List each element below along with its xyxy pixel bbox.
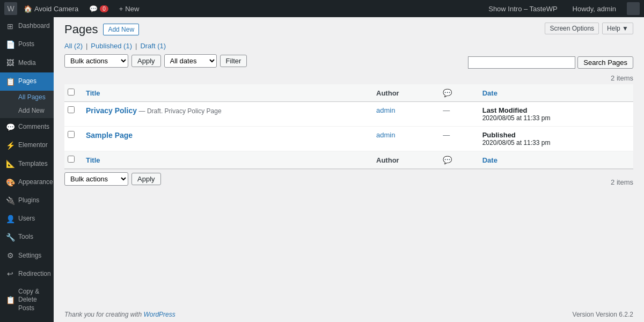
select-all-checkbox-top[interactable]	[68, 89, 75, 96]
tfoot-comments: 💬	[437, 151, 477, 169]
row1-author-cell: admin	[371, 102, 437, 127]
media-icon: 🖼	[5, 58, 15, 68]
sidebar-item-backup[interactable]: 💾 Backup Migration	[0, 317, 54, 322]
row1-checkbox[interactable]	[68, 106, 75, 113]
sidebar-item-copy-delete[interactable]: 📋 Copy & Delete Posts	[0, 283, 54, 317]
users-icon: 👤	[5, 214, 15, 224]
copy-icon: 📋	[5, 295, 15, 305]
adminbar-avatar	[627, 2, 640, 15]
footer-wp-link[interactable]: WordPress	[143, 311, 175, 318]
elementor-icon: ⚡	[5, 141, 15, 150]
select-all-checkbox-bottom[interactable]	[68, 156, 75, 163]
search-pages-button[interactable]: Search Pages	[577, 56, 633, 69]
sidebar-item-redirection[interactable]: ↩ Redirection	[0, 265, 54, 283]
apply-button-bottom[interactable]: Apply	[131, 173, 161, 185]
sidebar-item-comments[interactable]: 💬 Comments	[0, 118, 54, 136]
redirection-icon: ↩	[5, 269, 15, 279]
sort-title[interactable]: Title	[86, 89, 100, 97]
filter-all[interactable]: All (2)	[64, 42, 83, 50]
row1-comments-cell: —	[437, 102, 477, 127]
add-new-button[interactable]: Add New	[103, 24, 139, 35]
row1-date-status: Last Modified	[482, 106, 628, 114]
footer: Thank you for creating with WordPress Ve…	[54, 307, 644, 322]
screen-options-button[interactable]: Screen Options	[545, 23, 599, 34]
tfoot-date: Date	[477, 151, 633, 169]
row1-author-link[interactable]: admin	[376, 106, 395, 114]
filter-button[interactable]: Filter	[220, 55, 247, 67]
table-footer-row: Title Author 💬 Date	[64, 151, 633, 169]
screen-controls: Screen Options Help ▼	[545, 23, 633, 34]
th-comments: 💬	[437, 84, 477, 102]
plus-icon: +	[119, 5, 123, 13]
adminbar-comments[interactable]: 💬 0	[85, 0, 113, 17]
bulk-actions-select-top[interactable]: Bulk actions	[64, 54, 128, 68]
table-body: Privacy Policy — Draft. Privacy Policy P…	[64, 102, 633, 151]
plugins-icon: 🔌	[5, 196, 15, 206]
posts-icon: 📄	[5, 40, 15, 49]
adminbar-new[interactable]: + New	[115, 0, 144, 17]
all-dates-select[interactable]: All dates	[164, 54, 217, 68]
apply-button-top[interactable]: Apply	[131, 55, 161, 67]
top-tablenav: Bulk actions Apply All dates Filter	[64, 54, 247, 68]
items-count-bottom: 2 items	[611, 178, 633, 186]
search-input[interactable]	[468, 56, 575, 69]
dashboard-icon: ⊞	[5, 21, 15, 31]
bottom-tablenav: Bulk actions Apply	[64, 172, 161, 186]
sidebar-item-media[interactable]: 🖼 Media	[0, 54, 54, 72]
adminbar-show-intro[interactable]: Show Intro – TasteWP	[484, 0, 561, 17]
row2-title-cell: Sample Page	[80, 127, 371, 151]
sidebar-item-dashboard[interactable]: ⊞ Dashboard	[0, 17, 54, 35]
row2-date-cell: Published 2020/08/05 at 11:33 pm	[477, 127, 633, 151]
footer-version: Version Version 6.2.2	[573, 311, 633, 318]
sidebar-item-elementor[interactable]: ⚡ Elementor	[0, 136, 54, 155]
row2-checkbox[interactable]	[68, 131, 75, 138]
adminbar-howdy[interactable]: Howdy, admin	[568, 0, 620, 17]
row1-date-value: 2020/08/05 at 11:33 pm	[482, 114, 628, 122]
sidebar-item-settings[interactable]: ⚙ Settings	[0, 246, 54, 265]
sidebar: ⊞ Dashboard 📄 Posts 🖼 Media 📋 Pages All …	[0, 17, 54, 322]
items-count-top: 2 items	[64, 74, 633, 82]
row2-author-link[interactable]: admin	[376, 131, 395, 139]
row1-checkbox-cell	[64, 102, 80, 127]
page-title: Pages	[64, 23, 98, 36]
adminbar-site-name[interactable]: 🏠 Avoid Camera	[19, 0, 83, 17]
tfoot-author: Author	[371, 151, 437, 169]
sidebar-item-users[interactable]: 👤 Users	[0, 210, 54, 228]
tfoot-title: Title	[80, 151, 371, 169]
templates-icon: 📐	[5, 159, 15, 169]
footer-credit: Thank you for creating with WordPress	[64, 311, 175, 318]
sort-date-bottom[interactable]: Date	[482, 156, 497, 164]
comments-icon: 💬	[5, 122, 15, 132]
wp-logo[interactable]: W	[4, 2, 17, 15]
appearance-icon: 🎨	[5, 178, 15, 187]
sidebar-item-templates[interactable]: 📐 Templates	[0, 155, 54, 173]
sidebar-item-pages[interactable]: 📋 Pages	[0, 72, 54, 91]
bulk-actions-select-bottom[interactable]: Bulk actions	[64, 172, 128, 186]
filter-links: All (2) | Published (1) | Draft (1)	[64, 42, 633, 50]
help-button[interactable]: Help ▼	[602, 23, 633, 34]
sidebar-item-appearance[interactable]: 🎨 Appearance	[0, 173, 54, 192]
row2-author-cell: admin	[371, 127, 437, 151]
sort-date[interactable]: Date	[482, 89, 497, 97]
admin-bar: W 🏠 Avoid Camera 💬 0 + New Show Intro – …	[0, 0, 644, 17]
row2-title-link[interactable]: Sample Page	[86, 131, 133, 140]
comment-col-icon: 💬	[443, 89, 452, 97]
tools-icon: 🔧	[5, 232, 15, 242]
sidebar-subitem-all-pages[interactable]: All Pages	[0, 91, 54, 105]
row1-title-link[interactable]: Privacy Policy	[86, 106, 137, 115]
row1-date-cell: Last Modified 2020/08/05 at 11:33 pm	[477, 102, 633, 127]
home-icon: 🏠	[24, 5, 32, 13]
sidebar-item-posts[interactable]: 📄 Posts	[0, 35, 54, 54]
table-row: Privacy Policy — Draft. Privacy Policy P…	[64, 102, 633, 127]
table-header-row: Title Author 💬 Date	[64, 84, 633, 102]
tfoot-checkbox	[64, 151, 80, 169]
table-row: Sample Page admin — Published 2020/08/05…	[64, 127, 633, 151]
sidebar-item-tools[interactable]: 🔧 Tools	[0, 228, 54, 246]
sidebar-item-plugins[interactable]: 🔌 Plugins	[0, 192, 54, 210]
sort-title-bottom[interactable]: Title	[86, 156, 100, 164]
filter-published[interactable]: Published (1)	[91, 42, 132, 50]
filter-draft[interactable]: Draft (1)	[140, 42, 166, 50]
main-content: Screen Options Help ▼ Pages Add New All …	[54, 17, 644, 322]
sidebar-subitem-add-new[interactable]: Add New	[0, 104, 54, 118]
row2-date-status: Published	[482, 131, 628, 139]
